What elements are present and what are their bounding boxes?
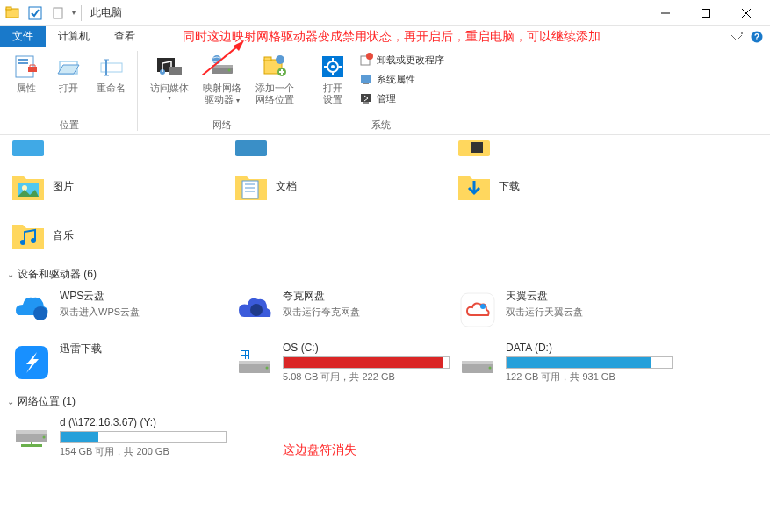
annotation-mid: 这边盘符消失 xyxy=(283,442,356,458)
folder-label: 文档 xyxy=(276,179,297,194)
svg-point-59 xyxy=(20,240,25,245)
svg-point-61 xyxy=(33,306,47,320)
drive-icon xyxy=(234,341,276,384)
folder-icon xyxy=(234,139,269,158)
svg-rect-15 xyxy=(18,62,28,64)
open-button[interactable]: 打开 xyxy=(49,51,88,96)
rename-button[interactable]: 重命名 xyxy=(91,51,131,96)
svg-rect-78 xyxy=(16,430,47,434)
section-netloc[interactable]: ⌄ 网络位置 (1) xyxy=(7,391,763,413)
group-label-system: 系统 xyxy=(313,119,448,133)
folder-label: 下载 xyxy=(499,179,520,194)
network-drive-icon xyxy=(11,416,53,458)
paste-qat-icon[interactable] xyxy=(49,4,67,22)
music-icon xyxy=(11,218,46,253)
svg-rect-49 xyxy=(12,140,44,156)
close-button[interactable] xyxy=(726,0,766,26)
folder-item[interactable] xyxy=(453,139,676,158)
svg-rect-69 xyxy=(241,351,245,355)
add-location-button[interactable]: 添加一个网络位置 xyxy=(250,51,299,107)
folder-music[interactable]: 音乐 xyxy=(7,214,230,256)
svg-point-73 xyxy=(266,367,269,370)
svg-rect-50 xyxy=(235,140,267,156)
svg-line-8 xyxy=(202,44,241,75)
device-xunlei[interactable]: 迅雷下载 xyxy=(7,338,230,387)
device-wps[interactable]: WPS云盘 双击进入WPS云盘 xyxy=(7,285,230,334)
properties-button[interactable]: 属性 xyxy=(7,51,46,96)
explorer-icon xyxy=(4,4,21,22)
uninstall-icon xyxy=(359,53,373,67)
open-settings-button[interactable]: 打开设置 xyxy=(313,51,352,107)
media-icon xyxy=(155,53,184,81)
svg-point-10 xyxy=(741,32,743,34)
ribbon: 属性 打开 重命名 位置 访问媒体 ▾ 映射网络驱动器 ▾ xyxy=(0,47,770,135)
quick-access-toolbar: ▾ xyxy=(4,4,76,22)
tianyi-icon xyxy=(457,289,499,331)
xunlei-icon xyxy=(11,341,53,384)
content-area: 图片 文档 下载 音乐 ⌄ 设备和驱动器 (6) WPS云盘 双击进入WPS云盘 xyxy=(0,135,770,472)
tab-computer[interactable]: 计算机 xyxy=(46,26,102,47)
access-media-button[interactable]: 访问媒体 ▾ xyxy=(145,51,194,104)
ribbon-group-location: 属性 打开 重命名 位置 xyxy=(0,47,138,134)
chevron-down-icon: ⌄ xyxy=(7,270,14,279)
svg-rect-48 xyxy=(363,102,369,104)
pictures-icon xyxy=(11,169,46,204)
checkbox-qat-icon[interactable] xyxy=(26,4,44,22)
device-network-drive[interactable]: d (\\172.16.3.67) (Y:) 154 GB 可用，共 200 G… xyxy=(7,413,230,462)
titlebar: ▾ 此电脑 xyxy=(0,0,770,26)
svg-point-76 xyxy=(489,367,492,370)
folder-item[interactable] xyxy=(230,139,453,158)
minimize-button[interactable] xyxy=(645,0,686,26)
manage-icon xyxy=(359,91,373,105)
storage-bar xyxy=(506,356,673,369)
open-icon xyxy=(54,53,83,81)
svg-rect-70 xyxy=(246,351,248,355)
device-data-drive[interactable]: DATA (D:) 122 GB 可用，共 931 GB xyxy=(453,338,676,387)
svg-rect-1 xyxy=(6,7,11,10)
add-location-icon xyxy=(261,53,289,81)
svg-rect-14 xyxy=(18,59,28,61)
svg-rect-71 xyxy=(241,356,245,359)
folder-pictures[interactable]: 图片 xyxy=(7,165,230,207)
folder-icon xyxy=(457,139,492,158)
drive-icon xyxy=(457,341,499,384)
settings-icon xyxy=(319,53,347,81)
annotation-arrow-icon xyxy=(202,40,246,75)
sys-props-button[interactable]: 系统属性 xyxy=(356,70,448,88)
titlebar-divider xyxy=(81,5,82,21)
properties-icon xyxy=(12,53,40,81)
svg-rect-25 xyxy=(171,74,180,75)
help-icon[interactable]: ? xyxy=(751,31,763,43)
device-quark[interactable]: 夸克网盘 双击运行夸克网盘 xyxy=(230,285,453,334)
device-os-drive[interactable]: OS (C:) 5.08 GB 可用，共 222 GB xyxy=(230,338,453,387)
svg-rect-52 xyxy=(471,142,483,153)
svg-rect-75 xyxy=(462,361,493,364)
minimize-ribbon-icon[interactable] xyxy=(730,32,744,42)
chevron-down-icon: ⌄ xyxy=(7,397,14,406)
documents-icon xyxy=(234,169,269,204)
storage-bar xyxy=(60,431,227,443)
folder-label: 图片 xyxy=(53,179,74,194)
storage-bar xyxy=(283,356,450,369)
svg-rect-47 xyxy=(361,94,371,102)
section-devices[interactable]: ⌄ 设备和驱动器 (6) xyxy=(7,263,763,285)
svg-point-44 xyxy=(366,53,373,60)
tab-view[interactable]: 查看 xyxy=(102,26,148,47)
dropdown-caret-icon: ▾ xyxy=(168,94,171,102)
device-tianyi[interactable]: 天翼云盘 双击运行天翼云盘 xyxy=(453,285,676,334)
qat-dropdown-icon[interactable]: ▾ xyxy=(72,9,76,17)
uninstall-button[interactable]: 卸载或更改程序 xyxy=(356,51,448,68)
svg-point-38 xyxy=(331,65,335,68)
folder-documents[interactable]: 文档 xyxy=(230,165,453,207)
folder-downloads[interactable]: 下载 xyxy=(453,165,676,207)
tab-file[interactable]: 文件 xyxy=(0,26,46,47)
group-label-location: 位置 xyxy=(7,119,131,133)
folder-item[interactable] xyxy=(7,139,230,158)
svg-point-79 xyxy=(43,436,46,439)
manage-button[interactable]: 管理 xyxy=(356,90,448,107)
svg-point-32 xyxy=(276,55,284,64)
maximize-button[interactable] xyxy=(686,0,726,26)
folder-label: 音乐 xyxy=(53,228,74,243)
svg-text:?: ? xyxy=(754,32,759,42)
svg-point-60 xyxy=(31,238,36,243)
